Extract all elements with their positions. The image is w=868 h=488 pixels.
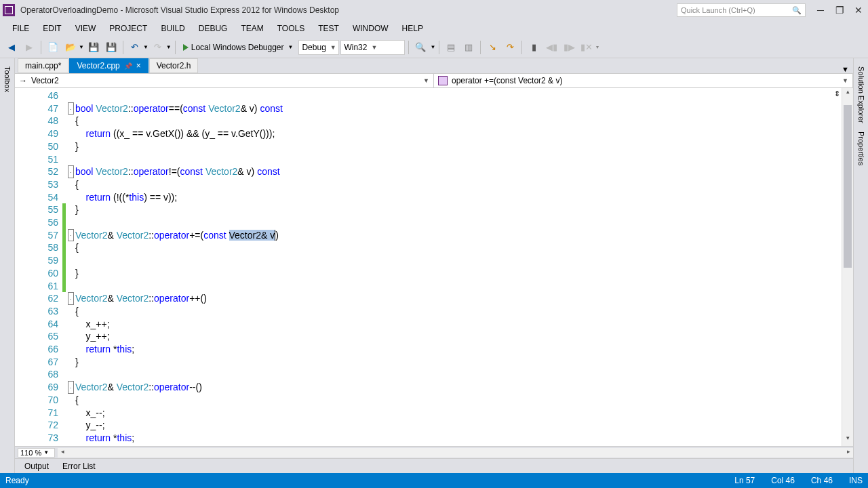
scroll-left-icon[interactable]: ◂: [58, 448, 67, 458]
undo-button[interactable]: ↶▼: [127, 39, 149, 56]
status-col: Col 46: [771, 476, 795, 485]
horizontal-scrollbar[interactable]: ◂ ▸: [58, 448, 853, 458]
separator: [41, 41, 41, 54]
code-content[interactable]: bool Vector2::operator==(const Vector2& …: [75, 88, 842, 446]
title-bar: OperatorOverloadingDemo - Microsoft Visu…: [0, 0, 868, 20]
scroll-up-icon[interactable]: ▴: [842, 88, 853, 100]
member-dropdown[interactable]: operator +=(const Vector2 & v) ▼: [434, 74, 853, 87]
fold-column[interactable]: -----: [66, 88, 75, 446]
platform-combo[interactable]: Win32▼: [340, 40, 405, 55]
menu-build[interactable]: BUILD: [154, 22, 191, 35]
play-icon: [183, 44, 189, 51]
nav-forward-button[interactable]: ▶: [21, 39, 37, 56]
start-debug-button[interactable]: Local Windows Debugger ▼: [179, 41, 298, 54]
config-combo[interactable]: Debug▼: [298, 40, 339, 55]
right-panel: Solution ExplorerProperties: [853, 58, 868, 473]
nav-back-button[interactable]: ◀: [3, 39, 20, 56]
fold-toggle[interactable]: -: [68, 229, 74, 242]
open-button[interactable]: 📂▼: [62, 39, 84, 56]
menu-debug[interactable]: DEBUG: [192, 22, 235, 35]
tab-main-cpp-[interactable]: main.cpp*: [18, 58, 68, 73]
prev-bookmark-button[interactable]: ◀▮: [543, 39, 559, 56]
menu-file[interactable]: FILE: [5, 22, 36, 35]
code-editor[interactable]: 4647484950515253545556575859606162636465…: [15, 88, 853, 446]
separator: [439, 41, 439, 54]
menu-view[interactable]: VIEW: [68, 22, 103, 35]
error-list-tab[interactable]: Error List: [56, 460, 102, 472]
window-title: OperatorOverloadingDemo - Microsoft Visu…: [20, 5, 677, 15]
method-icon: [438, 76, 448, 85]
close-tab-icon[interactable]: ×: [136, 61, 141, 70]
find-button[interactable]: 🔍: [412, 39, 429, 56]
menu-edit[interactable]: EDIT: [36, 22, 68, 35]
separator: [123, 41, 123, 54]
document-tabs: main.cpp*Vector2.cpp📌×Vector2.h▼: [15, 58, 853, 73]
menu-bar: FILEEDITVIEWPROJECTBUILDDEBUGTEAMTOOLSTE…: [0, 20, 868, 37]
separator: [175, 41, 176, 54]
fold-toggle[interactable]: -: [68, 165, 74, 178]
toolbox-tab[interactable]: Toolbox: [2, 62, 13, 96]
output-tab[interactable]: Output: [18, 460, 56, 472]
step-over-button[interactable]: ↷: [502, 39, 518, 56]
separator: [521, 41, 522, 54]
fold-toggle[interactable]: -: [68, 102, 74, 115]
tab-vector2-h[interactable]: Vector2.h: [149, 58, 199, 73]
menu-tools[interactable]: TOOLS: [271, 22, 311, 35]
status-bar: Ready Ln 57 Col 46 Ch 46 INS: [0, 473, 868, 488]
fold-toggle[interactable]: -: [68, 381, 74, 394]
zoom-bar: 110 %▼ ◂ ▸: [15, 446, 853, 458]
menu-team[interactable]: TEAM: [234, 22, 270, 35]
search-icon: 🔍: [792, 6, 802, 15]
status-ins: INS: [849, 476, 863, 485]
scroll-thumb[interactable]: [844, 105, 852, 268]
uncomment-button[interactable]: ▥: [460, 39, 477, 56]
bottom-panel-tabs: OutputError List: [15, 458, 853, 473]
solution-explorer-tab[interactable]: Solution Explorer: [856, 62, 867, 127]
status-ch: Ch 46: [811, 476, 833, 485]
clear-bookmarks-button[interactable]: ▮✕: [578, 39, 595, 56]
nav-bar: → Vector2 ▼ operator +=(const Vector2 & …: [15, 73, 853, 88]
bookmark-button[interactable]: ▮: [526, 39, 542, 56]
properties-tab[interactable]: Properties: [856, 127, 867, 169]
scroll-right-icon[interactable]: ▸: [844, 448, 853, 458]
line-numbers: 4647484950515253545556575859606162636465…: [15, 88, 62, 446]
comment-button[interactable]: ▤: [443, 39, 459, 56]
menu-help[interactable]: HELP: [395, 22, 430, 35]
close-button[interactable]: ✕: [849, 2, 868, 18]
status-line: Ln 57: [734, 476, 755, 485]
redo-button[interactable]: ↷▼: [150, 39, 172, 56]
scope-dropdown[interactable]: → Vector2 ▼: [15, 74, 434, 87]
quick-launch-input[interactable]: Quick Launch (Ctrl+Q) 🔍: [677, 3, 806, 17]
new-project-button[interactable]: 📄: [45, 39, 61, 56]
tabs-dropdown[interactable]: ▼: [842, 65, 849, 73]
fold-toggle[interactable]: -: [68, 292, 74, 305]
zoom-combo[interactable]: 110 %▼: [18, 448, 55, 458]
save-all-button[interactable]: 💾: [103, 39, 119, 56]
save-button[interactable]: 💾: [85, 39, 102, 56]
menu-window[interactable]: WINDOW: [346, 22, 395, 35]
tab-vector2-cpp[interactable]: Vector2.cpp📌×: [69, 58, 148, 73]
minimize-button[interactable]: ─: [811, 2, 830, 18]
left-panel: Toolbox: [0, 58, 15, 473]
separator: [480, 41, 481, 54]
menu-test[interactable]: TEST: [311, 22, 346, 35]
scroll-down-icon[interactable]: ▾: [842, 434, 853, 446]
vertical-scrollbar[interactable]: ▴ ▾: [842, 88, 853, 446]
vs-logo-icon: [3, 4, 15, 16]
step-into-button[interactable]: ↘: [484, 39, 500, 56]
split-button[interactable]: ⇕: [832, 89, 842, 99]
maximize-button[interactable]: ❐: [830, 2, 849, 18]
pin-icon[interactable]: 📌: [124, 62, 132, 70]
status-ready: Ready: [5, 476, 718, 485]
separator: [408, 41, 409, 54]
menu-project[interactable]: PROJECT: [102, 22, 154, 35]
toolbar: ◀ ▶ 📄 📂▼ 💾 💾 ↶▼ ↷▼ Local Windows Debugge…: [0, 37, 868, 58]
next-bookmark-button[interactable]: ▮▶: [561, 39, 577, 56]
